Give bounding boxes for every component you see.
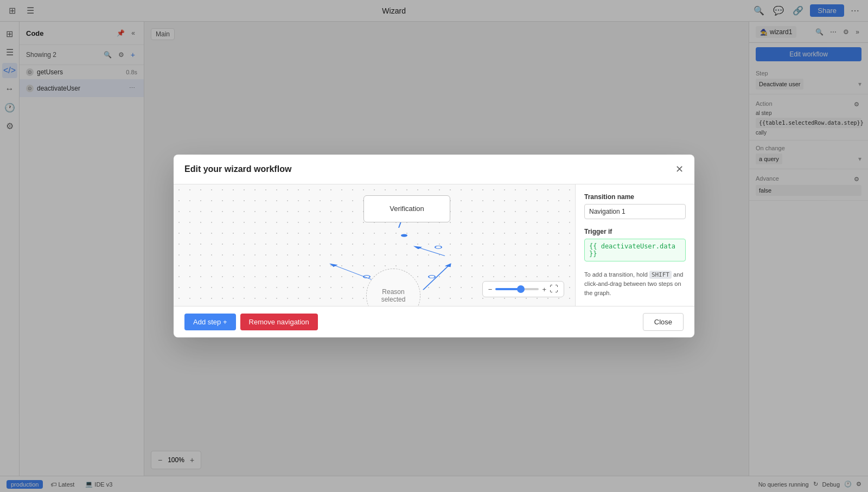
modal-title: Edit your wizard workflow — [184, 164, 291, 174]
hint-section: To add a transition, hold SHIFT and clic… — [584, 270, 686, 298]
modal-footer-left: Add step + Remove navigation — [184, 314, 318, 330]
node-reason[interactable]: Reason selected — [366, 269, 420, 306]
modal-body: Verification Reason selected Payment rem… — [174, 184, 694, 306]
node-verification-label: Verification — [390, 205, 424, 213]
svg-point-4 — [363, 275, 370, 278]
zoom-minus-icon: − — [488, 285, 493, 293]
workflow-canvas[interactable]: Verification Reason selected Payment rem… — [174, 184, 575, 306]
trigger-if-section: Trigger if {{ deactivateUser.data }} — [584, 228, 686, 261]
trigger-if-label: Trigger if — [584, 228, 686, 235]
transition-name-label: Transition name — [584, 193, 686, 201]
hint-prefix: To add a transition, hold — [584, 271, 648, 278]
svg-point-7 — [401, 234, 407, 237]
svg-line-1 — [423, 264, 450, 290]
zoom-slider[interactable] — [495, 288, 539, 290]
svg-point-5 — [429, 275, 435, 278]
modal-overlay: Edit your wizard workflow ✕ — [0, 0, 868, 492]
fullscreen-button[interactable]: ⛶ — [550, 284, 558, 294]
zoom-plus-icon: + — [542, 285, 546, 293]
add-step-button[interactable]: Add step + — [184, 314, 236, 330]
modal-header: Edit your wizard workflow ✕ — [174, 155, 694, 184]
hint-key: SHIFT — [649, 271, 672, 279]
remove-navigation-button[interactable]: Remove navigation — [240, 314, 318, 330]
svg-point-6 — [435, 246, 442, 248]
modal-close-button[interactable]: ✕ — [675, 163, 684, 175]
close-modal-button[interactable]: Close — [643, 313, 684, 331]
zoom-controls: − + ⛶ — [482, 281, 564, 297]
svg-line-2 — [415, 246, 445, 255]
node-verification[interactable]: Verification — [363, 195, 450, 222]
modal-sidebar: Transition name Trigger if {{ deactivate… — [575, 184, 694, 306]
hint-text: To add a transition, hold SHIFT and clic… — [584, 270, 686, 298]
node-reason-label: Reason selected — [381, 288, 406, 303]
transition-name-input[interactable] — [584, 204, 686, 219]
transition-name-section: Transition name — [584, 193, 686, 219]
trigger-if-value: {{ deactivateUser.data }} — [584, 239, 686, 261]
modal-footer: Add step + Remove navigation Close — [174, 306, 694, 337]
modal: Edit your wizard workflow ✕ — [174, 155, 694, 338]
